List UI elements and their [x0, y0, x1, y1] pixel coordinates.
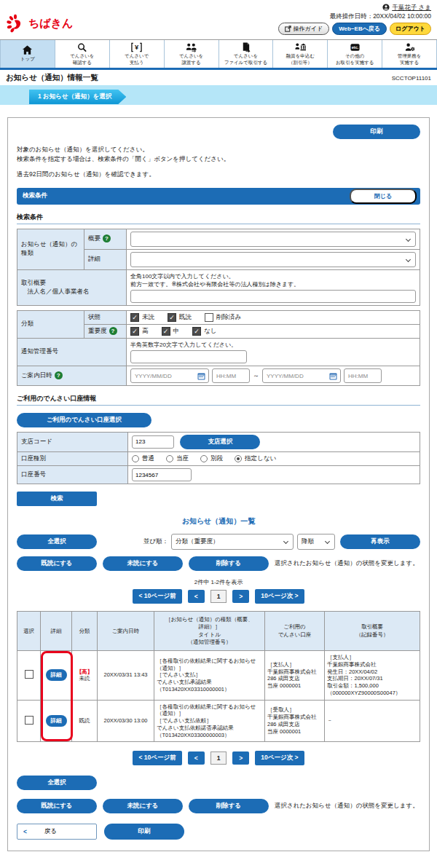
radio-betsudan[interactable]	[200, 455, 208, 462]
calendar-icon[interactable]	[197, 372, 205, 380]
trade-name-label: 取引概要 法人名／個人事業者名	[17, 269, 127, 305]
header-account: ご利用の でんさい口座	[265, 612, 325, 651]
current-page: 1	[210, 751, 227, 765]
logout-button[interactable]: ログアウト	[390, 23, 431, 35]
notice-table-wrap: 選択 詳細 分類 ご案内日時 ［お知らせ（通知）の種類（概要、 詳細）］ タイト…	[17, 611, 420, 742]
order-select[interactable]: 降順	[297, 534, 335, 550]
nav-admin-tasks[interactable]: 管理業務を 実施する	[382, 40, 437, 68]
back-button[interactable]: <戻る	[17, 824, 97, 840]
time-from-input[interactable]: HH:MM	[212, 368, 250, 383]
checkbox-medium[interactable]	[162, 327, 170, 336]
date-to-input[interactable]: YYYY/MM/DD	[262, 368, 341, 383]
operation-guide-button[interactable]: 操作ガイド	[278, 23, 330, 35]
checkbox-label: 未読	[142, 313, 154, 322]
help-icon[interactable]: ?	[109, 327, 117, 335]
nav-other-transactions[interactable]: etc. その他の お取引を実施する	[328, 40, 382, 68]
detail-select[interactable]	[130, 252, 416, 267]
calendar-icon[interactable]	[329, 372, 337, 380]
account-select-button[interactable]: ご利用のでんさい口座選択	[17, 413, 151, 427]
svg-text:¥: ¥	[135, 44, 139, 52]
notify-number-hint: 半角英数字20文字で入力してください。	[130, 341, 416, 349]
search-form-table: お知らせ（通知）の種類 概要? 詳細 取引概要 法人名／個人事業者名 全角100…	[17, 229, 420, 306]
bank-logo-text: ちばきん	[28, 17, 73, 31]
header-category: 分類	[72, 612, 98, 651]
nav-label: でんさいで 支払う	[125, 53, 149, 65]
chevron-down-icon	[406, 236, 411, 241]
row-checkbox[interactable]	[25, 716, 34, 725]
header: ちばきん 千葉花子 さま 最終操作日時：20XX/04/02 10:00:00 …	[0, 0, 437, 39]
nav-top[interactable]: トップ	[0, 40, 55, 68]
nav-loan-apply[interactable]: 融資を申込む （割引等）	[273, 40, 328, 68]
detail-button[interactable]: 詳細	[46, 669, 67, 681]
account-number-input[interactable]	[132, 468, 192, 481]
select-all-button-top[interactable]: 全選択	[17, 534, 97, 549]
sort-select[interactable]: 分類（重要度）	[171, 534, 294, 550]
result-count: 2件中 1-2件を表示	[17, 578, 420, 586]
yen-icon: ¥	[131, 42, 142, 52]
step-bar: 1 お知らせ（通知）を選択	[0, 85, 437, 105]
radio-not-specified[interactable]	[235, 455, 242, 462]
action-note: 選択されたお知らせ（通知）の状態を変更します。	[275, 559, 419, 568]
row-title: ［各種取引の依頼結果に関するお知らせ（通知）］ ［でんさい支払依頼］ でんさい支…	[154, 700, 265, 742]
refresh-button[interactable]: 再表示	[340, 534, 420, 549]
next-10-pages-button[interactable]: 10ページ次 >	[255, 751, 304, 765]
mark-unread-button-top[interactable]: 未読にする	[103, 556, 183, 571]
next-10-pages-button[interactable]: 10ページ次 >	[255, 589, 304, 604]
row-summary: ［支払人］ 千葉銀商事株式会社 発生日：20XX/04/02 支払期日：20XX…	[325, 651, 420, 701]
webeb-return-button[interactable]: Web−EBへ戻る	[332, 23, 387, 35]
delete-button-top[interactable]: 削除する	[189, 556, 269, 571]
checkbox-label: 中	[173, 327, 180, 336]
mark-read-button-top[interactable]: 既読にする	[17, 556, 97, 571]
file-icon	[240, 42, 251, 52]
step-indicator: 1 お知らせ（通知）を選択	[29, 90, 126, 104]
prev-page-button[interactable]: <	[188, 751, 205, 765]
checkbox-none[interactable]	[192, 327, 201, 336]
nav-transfer-densai[interactable]: でんさいを 譲渡する	[165, 40, 219, 68]
detail-label: 詳細	[84, 249, 127, 269]
etc-icon: etc.	[350, 42, 361, 52]
detail-button[interactable]: 詳細	[46, 715, 67, 727]
close-button[interactable]: 閉じる	[350, 189, 417, 204]
category-label: 分類	[17, 310, 84, 338]
radio-touza[interactable]	[166, 455, 173, 462]
nav-confirm-densai[interactable]: でんさいを 確認する	[55, 40, 110, 68]
row-datetime: 20XX/03/30 13:00	[98, 700, 154, 742]
checkbox-read[interactable]	[168, 313, 176, 322]
checkbox-high[interactable]	[130, 327, 139, 336]
mark-unread-button-bottom[interactable]: 未読にする	[103, 799, 183, 813]
help-icon[interactable]: ?	[103, 234, 111, 242]
prev-page-button[interactable]: <	[188, 590, 205, 603]
nav-pay-densai[interactable]: ¥ でんさいで 支払う	[110, 40, 165, 68]
trade-name-input[interactable]	[130, 290, 416, 303]
instruction-text: 対象のお知らせ（通知）を選択してください。 検索条件を指定する場合は、検索条件の…	[17, 145, 420, 164]
nav-label: でんさいを ファイルで取引する	[224, 53, 268, 65]
time-to-input[interactable]: HH:MM	[344, 368, 382, 383]
date-from-input[interactable]: YYYY/MM/DD	[130, 368, 209, 383]
help-icon[interactable]: ?	[55, 371, 63, 379]
branch-code-input[interactable]	[132, 435, 174, 449]
prev-10-pages-button[interactable]: < 10ページ前	[133, 751, 181, 765]
select-all-button-bottom[interactable]: 全選択	[17, 776, 97, 790]
summary-select[interactable]	[130, 232, 416, 247]
checkbox-unread[interactable]	[130, 313, 139, 322]
next-page-button[interactable]: >	[232, 590, 249, 603]
print-button-bottom[interactable]: 印刷	[104, 824, 184, 840]
period-note-text: 過去92日間のお知らせ（通知）を確認できます。	[17, 170, 420, 179]
row-checkbox[interactable]	[25, 670, 34, 679]
home-icon	[22, 45, 33, 55]
radio-futsuu[interactable]	[132, 455, 139, 462]
admin-person-icon	[404, 42, 415, 52]
nav-label: でんさいを 確認する	[70, 53, 94, 65]
next-page-button[interactable]: >	[232, 751, 249, 765]
notify-number-input[interactable]	[130, 350, 247, 363]
nav-file-transaction[interactable]: でんさいを ファイルで取引する	[219, 40, 274, 68]
branch-select-button[interactable]: 支店選択	[180, 435, 260, 449]
prev-10-pages-button[interactable]: < 10ページ前	[133, 589, 181, 604]
bank-logo-icon	[6, 14, 25, 33]
print-button-top[interactable]: 印刷	[333, 125, 420, 139]
checkbox-deleted[interactable]	[205, 313, 213, 322]
delete-button-bottom[interactable]: 削除する	[189, 799, 269, 813]
mark-read-button-bottom[interactable]: 既読にする	[17, 799, 97, 813]
search-button[interactable]: 検索	[17, 492, 97, 506]
notice-table: 選択 詳細 分類 ご案内日時 ［お知らせ（通知）の種類（概要、 詳細）］ タイト…	[17, 611, 420, 742]
